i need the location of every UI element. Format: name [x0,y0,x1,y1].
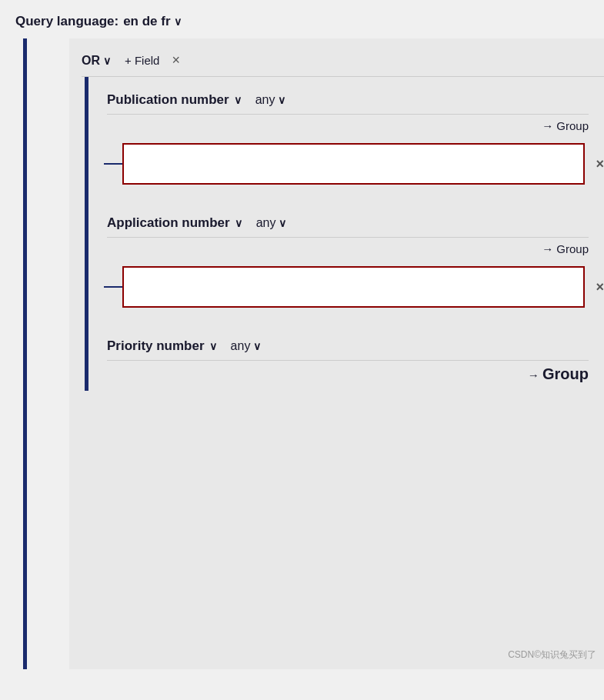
add-field-label: + Field [125,54,159,67]
watermark: CSDN©知识兔买到了 [508,648,596,662]
priority-name-label: Priority number [107,338,205,354]
priority-group-arrow: → [528,368,542,382]
left-lines [15,38,69,669]
add-field-button[interactable]: + Field [125,54,159,67]
application-input-close-icon[interactable]: × [596,279,604,295]
priority-group-link[interactable]: → Group [528,365,589,383]
application-section: Application number ∨ any ∨ [88,200,604,238]
priority-name-chevron-icon: ∨ [209,340,217,352]
publication-input-close-icon[interactable]: × [596,156,604,172]
inner-content: Publication number ∨ any ∨ → Group [69,77,604,391]
or-chevron-icon: ∨ [103,55,111,67]
priority-section: Priority number ∨ any ∨ [88,323,604,361]
query-language-dropdown[interactable]: en de fr ∨ [123,14,181,29]
application-name-dropdown[interactable]: Application number ∨ [107,215,242,231]
priority-group-link-row: → Group [88,361,604,391]
priority-modifier-dropdown[interactable]: any ∨ [231,339,262,353]
publication-modifier-chevron-icon: ∨ [278,94,285,106]
application-modifier-label: any [256,216,276,230]
priority-modifier-label: any [231,339,251,353]
publication-name-chevron-icon: ∨ [234,94,242,106]
publication-group-link[interactable]: → Group [542,119,589,132]
application-name-label: Application number [107,215,230,231]
or-label: OR [82,54,100,68]
publication-header: Publication number ∨ any ∨ [107,92,589,108]
application-group-link-row: → Group [88,238,604,263]
application-modifier-dropdown[interactable]: any ∨ [256,216,287,230]
fields-container: Publication number ∨ any ∨ → Group [88,77,604,391]
publication-modifier-dropdown[interactable]: any ∨ [255,93,286,107]
page-wrapper: Query language: en de fr ∨ OR ∨ + Field … [0,0,604,700]
application-header: Application number ∨ any ∨ [107,215,589,231]
publication-name-dropdown[interactable]: Publication number ∨ [107,92,242,108]
query-language-chevron-icon: ∨ [174,15,182,28]
right-panel: OR ∨ + Field × [69,38,604,669]
priority-group-text: Group [542,365,589,382]
query-language-bar: Query language: en de fr ∨ [0,0,604,38]
or-dropdown[interactable]: OR ∨ [82,54,111,68]
query-language-value: en de fr [123,14,170,29]
priority-header: Priority number ∨ any ∨ [107,338,589,354]
publication-group-link-row: → Group [88,115,604,140]
application-modifier-chevron-icon: ∨ [279,217,286,229]
or-row: OR ∨ + Field × [69,38,604,76]
application-group-link[interactable]: → Group [542,242,589,255]
publication-section: Publication number ∨ any ∨ [88,77,604,115]
application-input[interactable] [122,266,585,308]
or-row-close-icon[interactable]: × [172,52,180,68]
priority-name-dropdown[interactable]: Priority number ∨ [107,338,217,354]
publication-modifier-label: any [255,93,275,107]
main-content: OR ∨ + Field × [0,38,604,669]
application-name-chevron-icon: ∨ [235,217,242,229]
publication-input-row: × [88,143,604,185]
priority-modifier-chevron-icon: ∨ [253,340,261,352]
publication-input[interactable] [122,143,585,185]
publication-name-label: Publication number [107,92,229,108]
application-input-row: × [88,266,604,308]
inner-vertical-line [85,77,88,391]
outer-vertical-line [23,38,27,669]
query-language-label: Query language: [15,14,118,29]
